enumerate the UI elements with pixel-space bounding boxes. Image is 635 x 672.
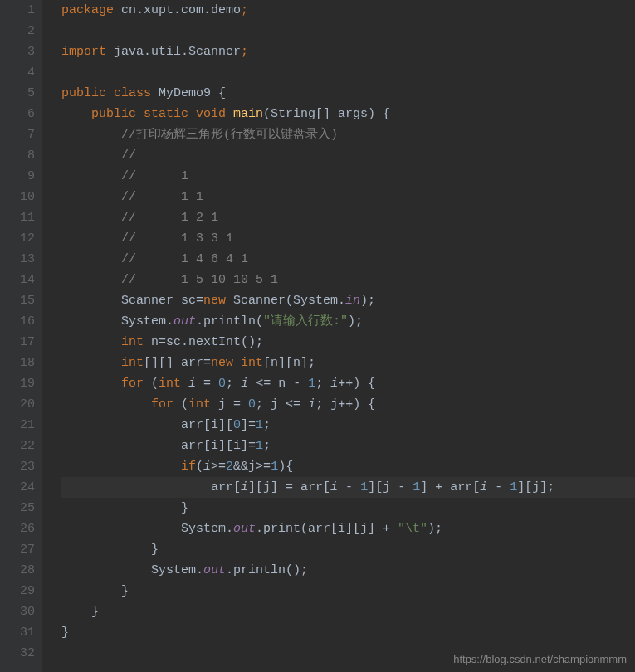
code-line: // 1 3 3 1 [61, 228, 635, 249]
code-line: } [61, 539, 635, 560]
line-number: 7 [0, 124, 35, 145]
line-number: 2 [0, 21, 35, 41]
line-number: 5 [0, 83, 35, 104]
line-number: 8 [0, 145, 35, 166]
line-number: 25 [0, 498, 35, 519]
line-number: 14 [0, 270, 35, 290]
line-number: 27 [0, 539, 35, 560]
line-number: 23 [0, 456, 35, 477]
code-line: arr[i][i]=1; [61, 436, 635, 456]
line-number: 11 [0, 207, 35, 228]
line-number: 10 [0, 187, 35, 207]
code-line: // 1 5 10 10 5 1 [61, 270, 635, 290]
line-number: 12 [0, 228, 35, 249]
code-line: System.out.println("请输入行数:"); [61, 311, 635, 332]
line-gutter: 1 2 3 4 5 6 7 8 9 10 11 12 13 14 15 16 1… [0, 0, 42, 672]
line-number: 16 [0, 311, 35, 332]
line-number: 30 [0, 601, 35, 622]
code-line: } [61, 498, 635, 519]
line-number: 22 [0, 436, 35, 456]
line-number: 19 [0, 373, 35, 394]
line-number: 15 [0, 290, 35, 311]
code-line: Scanner sc=new Scanner(System.in); [61, 290, 635, 311]
code-line: // 1 [61, 166, 635, 187]
line-number: 28 [0, 560, 35, 581]
code-line [61, 21, 635, 41]
line-number: 6 [0, 104, 35, 124]
code-line: public static void main(String[] args) { [61, 104, 635, 124]
code-line: } [61, 622, 635, 643]
line-number: 18 [0, 353, 35, 373]
code-line: arr[i][0]=1; [61, 415, 635, 436]
line-number: 17 [0, 332, 35, 353]
code-line: import java.util.Scanner; [61, 41, 635, 62]
code-editor[interactable]: 1 2 3 4 5 6 7 8 9 10 11 12 13 14 15 16 1… [0, 0, 635, 672]
code-area[interactable]: package cn.xupt.com.demo; import java.ut… [58, 0, 635, 672]
line-number: 31 [0, 622, 35, 643]
code-line: //打印杨辉三角形(行数可以键盘录入) [61, 124, 635, 145]
code-line: // [61, 145, 635, 166]
line-number: 21 [0, 415, 35, 436]
line-number: 13 [0, 249, 35, 270]
code-line: for (int j = 0; j <= i; j++) { [61, 394, 635, 415]
line-number: 20 [0, 394, 35, 415]
code-line: package cn.xupt.com.demo; [61, 0, 635, 21]
code-line: // 1 4 6 4 1 [61, 249, 635, 270]
code-line: System.out.println(); [61, 560, 635, 581]
code-line: } [61, 601, 635, 622]
code-line: arr[i][j] = arr[i - 1][j - 1] + arr[i - … [61, 477, 635, 498]
line-number: 32 [0, 643, 35, 664]
line-number: 4 [0, 62, 35, 83]
line-number: 1 [0, 0, 35, 21]
line-number: 3 [0, 41, 35, 62]
code-line: // 1 2 1 [61, 207, 635, 228]
line-number: 29 [0, 581, 35, 601]
line-number: 24 [0, 477, 35, 498]
code-line: if(i>=2&&j>=1){ [61, 456, 635, 477]
code-line [61, 62, 635, 83]
code-line: for (int i = 0; i <= n - 1; i++) { [61, 373, 635, 394]
code-line: System.out.print(arr[i][j] + "\t"); [61, 519, 635, 539]
line-number: 26 [0, 519, 35, 539]
line-number: 9 [0, 166, 35, 187]
code-line: public class MyDemo9 { [61, 83, 635, 104]
code-line: } [61, 581, 635, 601]
watermark: https://blog.csdn.net/championmmm [453, 653, 627, 665]
fold-column [42, 0, 58, 672]
code-line: int[][] arr=new int[n][n]; [61, 353, 635, 373]
code-line: // 1 1 [61, 187, 635, 207]
code-line: int n=sc.nextInt(); [61, 332, 635, 353]
